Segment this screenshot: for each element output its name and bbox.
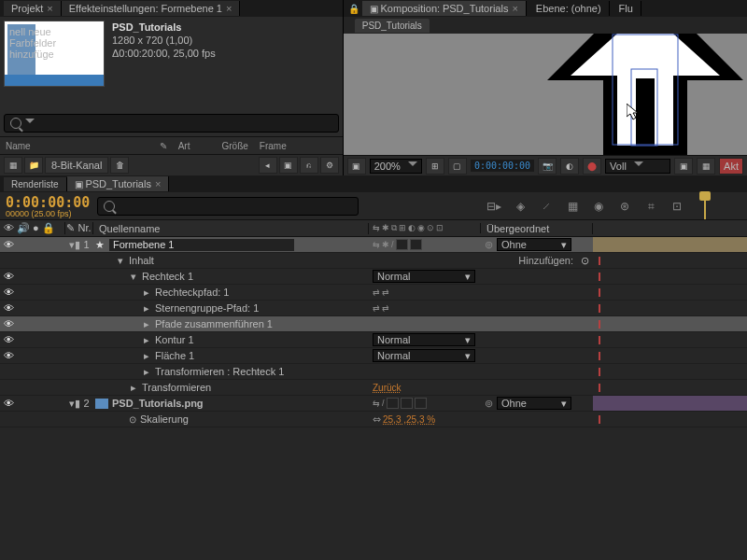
rectpath-row[interactable]: 👁 ▸Rechteckpfad: 1 ⇄⇄: [0, 285, 747, 301]
blend-mode-select[interactable]: Normal▾: [373, 270, 475, 283]
stopwatch-icon[interactable]: ⊙: [129, 414, 136, 425]
inhalt-row[interactable]: ▾Inhalt Hinzufügen: ⊙: [0, 253, 747, 269]
tab-timeline-comp[interactable]: ▣ PSD_Tutorials×: [67, 176, 170, 191]
cursor-icon: [627, 104, 643, 120]
visibility-icon[interactable]: 👁: [4, 239, 15, 250]
stargroup-row[interactable]: 👁 ▸Sternengruppe-Pfad: 1 ⇄⇄: [0, 301, 747, 316]
color-icon[interactable]: ⬤: [583, 158, 601, 175]
pickwhip-icon[interactable]: ⊚: [485, 239, 493, 251]
viewer-timecode[interactable]: 0:00:00:00: [471, 160, 534, 172]
project-columns: Name ✎ Art Größe Frame: [0, 136, 343, 155]
tab-flowchart[interactable]: Flu: [612, 1, 641, 16]
rect1-row[interactable]: 👁 ▾Rechteck 1 Normal▾: [0, 269, 747, 285]
zoom-select[interactable]: 200%: [370, 159, 422, 174]
kontur-row[interactable]: 👁 ▸Kontur 1 Normal▾: [0, 332, 747, 348]
search-icon: [10, 118, 21, 129]
parent-select[interactable]: Ohne▾: [497, 238, 571, 251]
merge-paths-row[interactable]: 👁 ▸Pfade zusammenführen 1: [0, 316, 747, 332]
layer-2-row[interactable]: 👁 ▾▮ 2 PSD_Tutorials.png ⇆ / ⊚Ohne▾: [0, 396, 747, 412]
tab-layer[interactable]: Ebene: (ohne): [529, 1, 610, 16]
bounds-icon[interactable]: ▣: [347, 158, 366, 175]
svg-marker-5: [627, 104, 638, 119]
graph-icon[interactable]: ⌗: [641, 198, 661, 215]
comp-mini-icon[interactable]: ⊟▸: [484, 198, 504, 215]
frame-blend-icon[interactable]: ▦: [562, 198, 583, 215]
motion-blur-icon[interactable]: ◉: [588, 198, 609, 215]
settings-icon[interactable]: ⚙: [320, 157, 339, 174]
current-time[interactable]: 0:00:00:00: [6, 194, 90, 211]
trash-icon[interactable]: 🗑: [110, 157, 129, 174]
project-search[interactable]: [4, 114, 339, 133]
cube-icon[interactable]: ◈: [510, 198, 530, 215]
blend-mode-select[interactable]: Normal▾: [373, 349, 475, 362]
layer-name-input[interactable]: [108, 238, 295, 252]
scale-value[interactable]: 25,3 ,25,3 %: [383, 414, 435, 425]
flow-icon[interactable]: ⎌: [300, 157, 318, 174]
flache-row[interactable]: 👁 ▸Fläche 1 Normal▾: [0, 348, 747, 364]
parent-select[interactable]: Ohne▾: [497, 397, 571, 410]
comp-sub-tab[interactable]: PSD_Tutorials: [355, 19, 430, 33]
tab-render-queue[interactable]: Renderliste: [4, 177, 67, 191]
blend-mode-select[interactable]: Normal▾: [373, 333, 475, 346]
layer-1-row[interactable]: 👁 ▾▮ 1 ★ ⇆✱ / ⊚Ohne▾: [0, 237, 747, 253]
project-info: PSD_Tutorials 1280 x 720 (1,00) Δ0:00:20…: [112, 21, 216, 87]
region-icon[interactable]: ▣: [674, 158, 693, 175]
transform-row[interactable]: ▸Transformieren Zurück: [0, 380, 747, 396]
bit-depth[interactable]: 8-Bit-Kanal: [45, 157, 108, 174]
composition-tabs: 🔒 ▣ Komposition: PSD_Tutorials× Ebene: (…: [344, 0, 747, 17]
add-button[interactable]: ⊙: [581, 255, 589, 267]
tab-effects[interactable]: Effekteinstellungen: Formebene 1×: [62, 1, 241, 16]
composition-viewer[interactable]: [344, 34, 747, 155]
project-footer-icons: ▦ 📁 8-Bit-Kanal 🗑 ◂ ▣ ⎌ ⚙: [0, 155, 343, 175]
mask-icon[interactable]: ▢: [448, 158, 467, 175]
project-thumbnail[interactable]: nell neue Farbfelder hinzufüge: [4, 21, 105, 87]
comp-icon[interactable]: ▣: [279, 157, 298, 174]
folder-icon[interactable]: 📁: [24, 157, 43, 174]
tab-project[interactable]: Projekt×: [4, 1, 62, 16]
tab-composition[interactable]: ▣ Komposition: PSD_Tutorials×: [362, 1, 527, 16]
timeline-tabs: Renderliste ▣ PSD_Tutorials×: [0, 175, 747, 192]
snapshot-icon[interactable]: 📷: [538, 158, 557, 175]
timeline-columns: 👁🔊●🔒 ✎ Nr. Quellenname ⇆✱⧉⊞◐◉⊙⊡ Übergeor…: [0, 220, 747, 237]
grid-icon[interactable]: ⊞: [426, 158, 444, 175]
image-file-icon: [95, 399, 108, 409]
timeline-search[interactable]: [97, 197, 359, 216]
star-icon: ★: [95, 239, 105, 251]
lock-icon[interactable]: 🔒: [347, 2, 360, 15]
reset-link[interactable]: Zurück: [373, 383, 402, 393]
active-cam-button[interactable]: Akt: [719, 158, 743, 175]
nav-prev-icon[interactable]: ◂: [259, 157, 277, 174]
resolution-select[interactable]: Voll: [605, 159, 670, 174]
arrow-shape: [519, 34, 747, 155]
viewer-toolbar: ▣ 200% ⊞ ▢ 0:00:00:00 📷 ◐ ⬤ Voll ▣ ▦ Akt: [344, 155, 747, 175]
project-panel-tabs: Projekt× Effekteinstellungen: Formebene …: [0, 0, 343, 17]
twirl-icon[interactable]: ▾: [69, 239, 75, 250]
shy-icon[interactable]: ⟋: [536, 198, 557, 215]
brain-icon[interactable]: ⊛: [614, 198, 635, 215]
scale-row[interactable]: ⊙ Skalierung ⇔ 25,3 ,25,3 %: [0, 412, 747, 427]
transparency-icon[interactable]: ▦: [697, 158, 715, 175]
transform-rect-row[interactable]: ▸Transformieren : Rechteck 1: [0, 364, 747, 380]
bin-icon[interactable]: ▦: [4, 157, 22, 174]
dope-icon[interactable]: ⊡: [667, 198, 687, 215]
show-channel-icon[interactable]: ◐: [560, 158, 579, 175]
eye-icon: 👁: [4, 222, 14, 234]
